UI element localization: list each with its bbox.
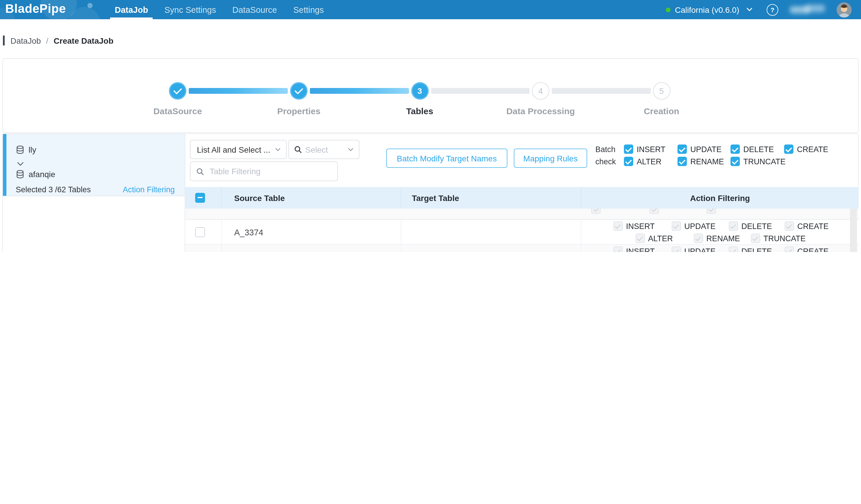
- menu-item-sync-settings[interactable]: Sync Settings: [164, 0, 216, 19]
- table-filter-input[interactable]: [208, 166, 331, 177]
- environment-selector[interactable]: California (v0.6.0): [675, 5, 739, 14]
- rename-checkbox[interactable]: [678, 157, 687, 166]
- nav-decoration-bubble: [87, 3, 93, 8]
- batch-check-row1: INSERTUPDATEDELETECREATE: [624, 145, 829, 154]
- alter-checkbox: [635, 234, 645, 243]
- row-checkbox[interactable]: [195, 227, 205, 237]
- step-label-creation: Creation: [621, 106, 702, 116]
- stepper-connector: [189, 88, 288, 94]
- step-circle-datasource: [169, 82, 187, 100]
- selection-summary: Selected 3 /62 Tables: [16, 185, 91, 194]
- update-checkbox[interactable]: [678, 145, 687, 154]
- action-create: CREATE: [784, 145, 829, 154]
- target-db-row: afanqie: [16, 169, 55, 179]
- select-all-header-checkbox[interactable]: [195, 193, 205, 203]
- delete-label: DELETE: [743, 145, 774, 153]
- source-table-cell: A_3374: [222, 220, 401, 245]
- source-db-row: lly: [16, 145, 36, 154]
- batch-check-label-line2: check: [596, 157, 616, 166]
- chevron-down-icon[interactable]: [746, 6, 753, 13]
- action-insert: INSERT: [613, 221, 671, 231]
- insert-checkbox: [613, 221, 623, 231]
- step-label-tables: Tables: [379, 106, 461, 116]
- mapping-rules-button[interactable]: Mapping Rules: [514, 149, 587, 168]
- truncate-checkbox: [751, 234, 760, 243]
- help-icon[interactable]: ?: [767, 4, 778, 15]
- selected-accent-bar: [3, 134, 6, 196]
- alter-label: ALTER: [637, 157, 661, 166]
- update-checkbox: [671, 221, 681, 231]
- menu-item-datasource[interactable]: DataSource: [232, 0, 277, 19]
- batch-check-label-line1: Batch: [596, 145, 615, 154]
- rename-label: RENAME: [706, 234, 740, 243]
- action-filtering-cell: INSERTUPDATEDELETECREATEALTERRENAMETRUNC…: [582, 245, 850, 252]
- action-create: CREATE: [784, 221, 829, 231]
- action-delete: DELETE: [728, 221, 784, 231]
- target-db-name: afanqie: [29, 169, 55, 179]
- create-checkbox[interactable]: [784, 145, 793, 154]
- menu-item-datajob[interactable]: DataJob: [115, 0, 148, 19]
- table-filter-field: [190, 161, 338, 181]
- update-label: UPDATE: [684, 247, 716, 252]
- truncate-label: TRUNCATE: [743, 157, 785, 166]
- step-label-data-processing: Data Processing: [500, 106, 582, 116]
- table-row-a-3375: A_3375INSERTUPDATEDELETECREATEALTERRENAM…: [185, 245, 859, 252]
- action-delete: DELETE: [728, 246, 784, 252]
- table-header: Source Table Target Table Action Filteri…: [185, 187, 859, 208]
- step-circle-creation: 5: [653, 82, 670, 100]
- app-window: BladePipe DataJobSync SettingsDataSource…: [0, 0, 861, 252]
- column-header-source-table: Source Table: [234, 193, 285, 203]
- partial-row-top: [185, 208, 859, 220]
- breadcrumb-section[interactable]: DataJob: [11, 36, 41, 45]
- search-icon: [196, 167, 204, 175]
- breadcrumb-separator: /: [46, 36, 49, 45]
- update-label: UPDATE: [690, 145, 722, 153]
- chevron-down-icon: [17, 161, 24, 167]
- database-icon: [16, 145, 25, 154]
- table-scrollbar-track[interactable]: [850, 208, 857, 252]
- datasource-pair-item[interactable]: lly afanqie Selected 3 /62 Tables Action…: [3, 134, 184, 196]
- step-circle-data-processing: 4: [532, 82, 549, 100]
- delete-label: DELETE: [741, 247, 772, 252]
- app-logo[interactable]: BladePipe: [5, 2, 66, 16]
- action-line-1: INSERTUPDATEDELETECREATE: [613, 221, 829, 231]
- insert-checkbox[interactable]: [624, 145, 633, 154]
- action-alter: ALTER: [635, 234, 694, 243]
- breadcrumb-accent-bar: [3, 36, 5, 45]
- source-table-cell: A_3375: [222, 245, 401, 252]
- alter-checkbox[interactable]: [624, 157, 633, 166]
- insert-checkbox: [613, 246, 623, 252]
- create-label: CREATE: [797, 247, 829, 252]
- menu-item-settings[interactable]: Settings: [293, 0, 324, 19]
- create-checkbox: [784, 221, 794, 231]
- target-table-cell: [401, 245, 582, 252]
- action-filtering-link[interactable]: Action Filtering: [123, 185, 175, 194]
- chevron-down-icon: [275, 147, 281, 152]
- list-mode-value: List All and Select ...: [197, 145, 270, 154]
- action-rename: RENAME: [694, 234, 751, 243]
- check-icon: [173, 86, 182, 94]
- row-checkbox-cell: [185, 220, 222, 245]
- update-label: UPDATE: [684, 222, 716, 230]
- database-icon: [16, 169, 25, 179]
- table-body: A_3374INSERTUPDATEDELETECREATEALTERRENAM…: [185, 208, 859, 252]
- action-create: CREATE: [784, 246, 829, 252]
- column-select[interactable]: Select: [288, 140, 359, 159]
- delete-checkbox: [728, 221, 738, 231]
- tables-content: List All and Select ... Select: [185, 134, 859, 252]
- datasource-sidebar: lly afanqie Selected 3 /62 Tables Action…: [3, 134, 185, 252]
- step-label-properties: Properties: [258, 106, 340, 116]
- truncate-checkbox[interactable]: [730, 157, 740, 166]
- top-nav: BladePipe DataJobSync SettingsDataSource…: [0, 0, 861, 19]
- batch-modify-target-names-button[interactable]: Batch Modify Target Names: [386, 149, 507, 168]
- list-mode-select[interactable]: List All and Select ...: [190, 140, 287, 159]
- action-alter: ALTER: [624, 157, 678, 166]
- stepper-connector: [552, 88, 651, 94]
- delete-checkbox[interactable]: [730, 145, 740, 154]
- column-header-action-filtering: Action Filtering: [690, 193, 750, 203]
- avatar[interactable]: [836, 2, 852, 17]
- update-checkbox: [671, 246, 681, 252]
- insert-label: INSERT: [637, 145, 666, 153]
- step-circle-properties: [290, 82, 308, 100]
- row-checkbox-cell: [185, 245, 222, 252]
